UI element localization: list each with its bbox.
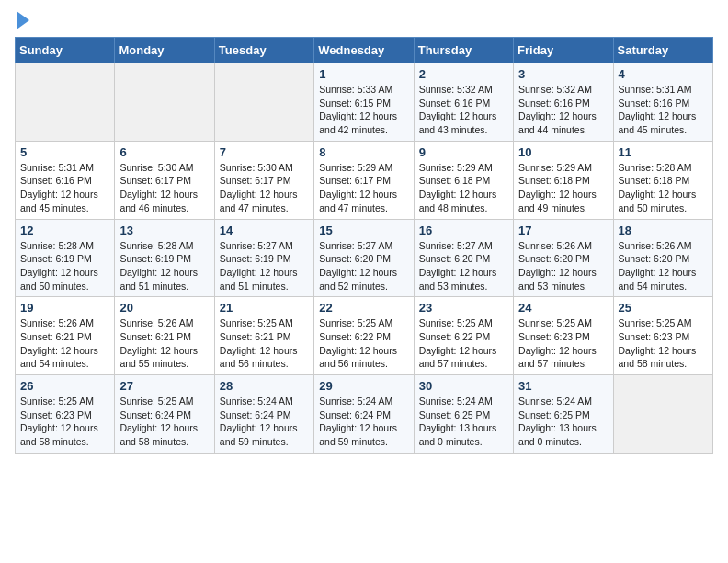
calendar-cell: 27Sunrise: 5:25 AM Sunset: 6:24 PM Dayli… — [115, 375, 214, 454]
day-number: 15 — [319, 224, 408, 237]
day-number: 29 — [319, 379, 408, 393]
day-sun-info: Sunrise: 5:30 AM Sunset: 6:17 PM Dayligh… — [220, 161, 309, 215]
calendar-cell: 26Sunrise: 5:25 AM Sunset: 6:23 PM Dayli… — [16, 375, 115, 454]
calendar-cell: 13Sunrise: 5:28 AM Sunset: 6:19 PM Dayli… — [115, 219, 214, 297]
calendar-cell: 22Sunrise: 5:25 AM Sunset: 6:22 PM Dayli… — [314, 297, 414, 375]
calendar-cell: 20Sunrise: 5:26 AM Sunset: 6:21 PM Dayli… — [115, 297, 214, 375]
calendar-table: SundayMondayTuesdayWednesdayThursdayFrid… — [15, 37, 713, 454]
day-number: 2 — [419, 67, 508, 81]
day-sun-info: Sunrise: 5:24 AM Sunset: 6:25 PM Dayligh… — [419, 395, 508, 449]
calendar-cell — [115, 63, 214, 142]
calendar-cell: 11Sunrise: 5:28 AM Sunset: 6:18 PM Dayli… — [613, 141, 712, 219]
calendar-cell: 17Sunrise: 5:26 AM Sunset: 6:20 PM Dayli… — [514, 219, 613, 297]
day-number: 6 — [119, 145, 209, 159]
calendar-cell — [214, 63, 313, 142]
day-number: 28 — [220, 379, 309, 393]
calendar-cell: 25Sunrise: 5:25 AM Sunset: 6:23 PM Dayli… — [613, 297, 712, 375]
calendar-cell: 16Sunrise: 5:27 AM Sunset: 6:20 PM Dayli… — [414, 219, 513, 297]
day-sun-info: Sunrise: 5:28 AM Sunset: 6:19 PM Dayligh… — [20, 239, 109, 293]
calendar-cell: 2Sunrise: 5:32 AM Sunset: 6:16 PM Daylig… — [414, 63, 513, 142]
day-sun-info: Sunrise: 5:25 AM Sunset: 6:23 PM Dayligh… — [518, 316, 608, 371]
day-sun-info: Sunrise: 5:27 AM Sunset: 6:20 PM Dayligh… — [419, 239, 508, 293]
day-sun-info: Sunrise: 5:25 AM Sunset: 6:21 PM Dayligh… — [220, 316, 309, 371]
calendar-cell — [16, 63, 115, 142]
day-sun-info: Sunrise: 5:28 AM Sunset: 6:19 PM Dayligh… — [119, 239, 209, 293]
day-sun-info: Sunrise: 5:32 AM Sunset: 6:16 PM Dayligh… — [419, 83, 508, 137]
day-number: 17 — [518, 224, 608, 237]
day-number: 14 — [220, 224, 309, 237]
day-sun-info: Sunrise: 5:25 AM Sunset: 6:22 PM Dayligh… — [419, 316, 508, 371]
calendar-week-row: 5Sunrise: 5:31 AM Sunset: 6:16 PM Daylig… — [16, 141, 713, 219]
calendar-week-row: 26Sunrise: 5:25 AM Sunset: 6:23 PM Dayli… — [16, 375, 713, 454]
calendar-cell — [613, 375, 712, 454]
day-sun-info: Sunrise: 5:27 AM Sunset: 6:19 PM Dayligh… — [220, 239, 309, 293]
day-number: 22 — [319, 301, 408, 315]
day-sun-info: Sunrise: 5:27 AM Sunset: 6:20 PM Dayligh… — [319, 239, 408, 293]
day-sun-info: Sunrise: 5:28 AM Sunset: 6:18 PM Dayligh… — [619, 161, 708, 215]
day-number: 12 — [20, 224, 109, 237]
calendar-cell: 1Sunrise: 5:33 AM Sunset: 6:15 PM Daylig… — [314, 63, 414, 142]
day-sun-info: Sunrise: 5:26 AM Sunset: 6:20 PM Dayligh… — [619, 239, 708, 293]
day-number: 30 — [419, 379, 508, 393]
calendar-cell: 7Sunrise: 5:30 AM Sunset: 6:17 PM Daylig… — [214, 141, 313, 219]
day-number: 1 — [319, 67, 408, 81]
day-sun-info: Sunrise: 5:24 AM Sunset: 6:25 PM Dayligh… — [518, 395, 608, 449]
weekday-header-monday: Monday — [115, 38, 214, 63]
calendar-cell: 4Sunrise: 5:31 AM Sunset: 6:16 PM Daylig… — [613, 63, 712, 142]
day-number: 25 — [619, 301, 708, 315]
day-number: 31 — [518, 379, 608, 393]
calendar-cell: 18Sunrise: 5:26 AM Sunset: 6:20 PM Dayli… — [613, 219, 712, 297]
day-sun-info: Sunrise: 5:25 AM Sunset: 6:24 PM Dayligh… — [119, 395, 209, 449]
calendar-cell: 19Sunrise: 5:26 AM Sunset: 6:21 PM Dayli… — [16, 297, 115, 375]
day-number: 10 — [518, 145, 608, 159]
calendar-cell: 21Sunrise: 5:25 AM Sunset: 6:21 PM Dayli… — [214, 297, 313, 375]
weekday-header-wednesday: Wednesday — [314, 38, 414, 63]
day-sun-info: Sunrise: 5:26 AM Sunset: 6:20 PM Dayligh… — [518, 239, 608, 293]
day-sun-info: Sunrise: 5:31 AM Sunset: 6:16 PM Dayligh… — [619, 83, 708, 137]
calendar-cell: 8Sunrise: 5:29 AM Sunset: 6:17 PM Daylig… — [314, 141, 414, 219]
logo-arrow-icon — [17, 11, 29, 29]
day-sun-info: Sunrise: 5:29 AM Sunset: 6:17 PM Dayligh… — [319, 161, 408, 215]
day-sun-info: Sunrise: 5:33 AM Sunset: 6:15 PM Dayligh… — [319, 83, 408, 137]
day-sun-info: Sunrise: 5:32 AM Sunset: 6:16 PM Dayligh… — [518, 83, 608, 137]
day-sun-info: Sunrise: 5:25 AM Sunset: 6:23 PM Dayligh… — [20, 395, 109, 449]
day-number: 26 — [20, 379, 109, 393]
day-sun-info: Sunrise: 5:29 AM Sunset: 6:18 PM Dayligh… — [419, 161, 508, 215]
day-number: 8 — [319, 145, 408, 159]
day-number: 20 — [119, 301, 209, 315]
weekday-header-friday: Friday — [514, 38, 613, 63]
logo — [15, 15, 29, 29]
day-number: 19 — [20, 301, 109, 315]
page-header — [15, 15, 713, 29]
day-number: 24 — [518, 301, 608, 315]
day-sun-info: Sunrise: 5:30 AM Sunset: 6:17 PM Dayligh… — [119, 161, 209, 215]
day-sun-info: Sunrise: 5:25 AM Sunset: 6:22 PM Dayligh… — [319, 316, 408, 371]
calendar-cell: 30Sunrise: 5:24 AM Sunset: 6:25 PM Dayli… — [414, 375, 513, 454]
day-number: 13 — [119, 224, 209, 237]
calendar-cell: 28Sunrise: 5:24 AM Sunset: 6:24 PM Dayli… — [214, 375, 313, 454]
day-number: 3 — [518, 67, 608, 81]
day-sun-info: Sunrise: 5:24 AM Sunset: 6:24 PM Dayligh… — [220, 395, 309, 449]
calendar-week-row: 12Sunrise: 5:28 AM Sunset: 6:19 PM Dayli… — [16, 219, 713, 297]
calendar-cell: 29Sunrise: 5:24 AM Sunset: 6:24 PM Dayli… — [314, 375, 414, 454]
day-sun-info: Sunrise: 5:26 AM Sunset: 6:21 PM Dayligh… — [20, 316, 109, 371]
weekday-header-saturday: Saturday — [613, 38, 712, 63]
day-number: 16 — [419, 224, 508, 237]
calendar-cell: 3Sunrise: 5:32 AM Sunset: 6:16 PM Daylig… — [514, 63, 613, 142]
calendar-cell: 12Sunrise: 5:28 AM Sunset: 6:19 PM Dayli… — [16, 219, 115, 297]
calendar-cell: 6Sunrise: 5:30 AM Sunset: 6:17 PM Daylig… — [115, 141, 214, 219]
weekday-header-tuesday: Tuesday — [214, 38, 313, 63]
day-number: 18 — [619, 224, 708, 237]
calendar-cell: 15Sunrise: 5:27 AM Sunset: 6:20 PM Dayli… — [314, 219, 414, 297]
day-number: 23 — [419, 301, 508, 315]
calendar-header-row: SundayMondayTuesdayWednesdayThursdayFrid… — [16, 38, 713, 63]
calendar-cell: 23Sunrise: 5:25 AM Sunset: 6:22 PM Dayli… — [414, 297, 513, 375]
calendar-cell: 10Sunrise: 5:29 AM Sunset: 6:18 PM Dayli… — [514, 141, 613, 219]
calendar-cell: 14Sunrise: 5:27 AM Sunset: 6:19 PM Dayli… — [214, 219, 313, 297]
weekday-header-sunday: Sunday — [16, 38, 115, 63]
calendar-body: 1Sunrise: 5:33 AM Sunset: 6:15 PM Daylig… — [16, 63, 713, 454]
weekday-header-thursday: Thursday — [414, 38, 513, 63]
calendar-cell: 5Sunrise: 5:31 AM Sunset: 6:16 PM Daylig… — [16, 141, 115, 219]
day-number: 9 — [419, 145, 508, 159]
day-number: 27 — [119, 379, 209, 393]
